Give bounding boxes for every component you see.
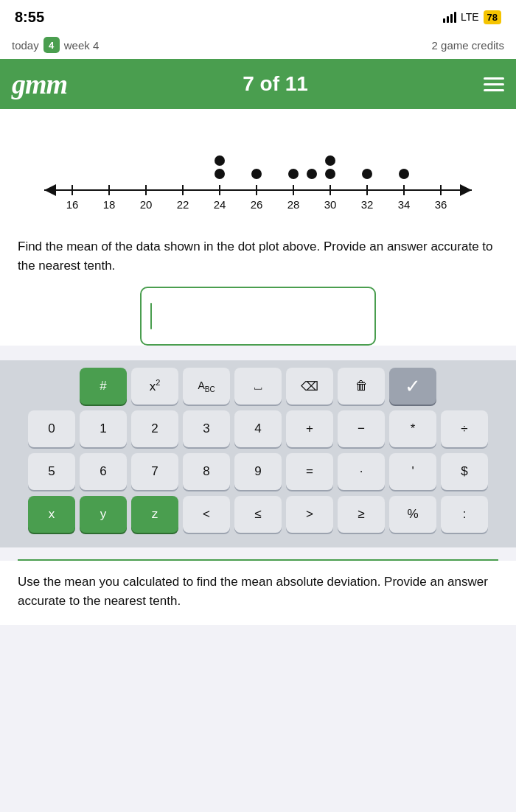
- question-progress: 7 of 11: [243, 72, 308, 96]
- keyboard: # x2 ABC ⎵ ⌫ 🗑 ✓ 0 1 2 3 4 + −: [0, 360, 516, 547]
- question-2-text: Use the mean you calculated to find the …: [18, 573, 498, 610]
- week-label: week 4: [64, 39, 100, 52]
- backspace-icon: ⌫: [301, 379, 318, 394]
- key-4[interactable]: 4: [234, 410, 282, 447]
- key-equals[interactable]: =: [286, 453, 333, 490]
- key-0[interactable]: 0: [28, 410, 75, 447]
- keyboard-row-2: 5 6 7 8 9 = · ' $: [6, 453, 510, 490]
- svg-text:32: 32: [361, 198, 374, 211]
- key-y[interactable]: y: [80, 496, 127, 533]
- signal-icon: [443, 12, 456, 23]
- svg-text:30: 30: [324, 198, 337, 211]
- checkmark-icon: ✓: [405, 375, 421, 398]
- xsquared-key[interactable]: x2: [131, 368, 178, 405]
- svg-point-27: [251, 169, 262, 179]
- hash-label: #: [100, 379, 106, 393]
- confirm-key[interactable]: ✓: [389, 368, 436, 405]
- key-comma[interactable]: ': [389, 453, 436, 490]
- status-bar: 8:55 LTE 78: [0, 0, 516, 32]
- app-logo: gmm: [12, 68, 67, 100]
- keyboard-row-3: x y z < ≤ > ≥ % :: [6, 496, 510, 533]
- svg-text:16: 16: [66, 198, 79, 211]
- sub-left: today 4 week 4: [12, 37, 99, 53]
- key-6[interactable]: 6: [80, 453, 127, 490]
- svg-text:24: 24: [214, 198, 226, 211]
- key-z[interactable]: z: [131, 496, 178, 533]
- key-x[interactable]: x: [28, 496, 75, 533]
- key-divide[interactable]: ÷: [441, 410, 488, 447]
- key-9[interactable]: 9: [234, 453, 282, 490]
- key-1[interactable]: 1: [80, 410, 127, 447]
- abc-label: ABC: [198, 379, 215, 393]
- signal-bar-3: [450, 14, 453, 23]
- app-header: gmm 7 of 11: [0, 59, 516, 109]
- key-8[interactable]: 8: [183, 453, 230, 490]
- key-colon[interactable]: :: [441, 496, 488, 533]
- key-gt[interactable]: >: [286, 496, 333, 533]
- svg-text:20: 20: [140, 198, 153, 211]
- svg-text:18: 18: [103, 198, 116, 211]
- status-time: 8:55: [15, 9, 44, 26]
- key-plus[interactable]: +: [286, 410, 333, 447]
- dot-plot: 16 18 20 22 24 26 28 30 32 34: [18, 124, 498, 227]
- svg-marker-2: [460, 184, 472, 196]
- lte-label: LTE: [461, 11, 479, 23]
- signal-bar-4: [454, 12, 456, 23]
- trash-icon: 🗑: [355, 379, 368, 393]
- key-gte[interactable]: ≥: [338, 496, 385, 533]
- svg-point-26: [215, 155, 225, 166]
- today-label: today: [12, 39, 39, 52]
- key-3[interactable]: 3: [183, 410, 230, 447]
- text-cursor: [150, 303, 152, 329]
- battery-indicator: 78: [484, 10, 501, 24]
- credits-text: 2 game credits: [432, 39, 504, 52]
- svg-point-32: [362, 169, 372, 179]
- question-1-text: Find the mean of the data shown in the d…: [18, 237, 498, 275]
- dot-plot-svg-wrapper: 16 18 20 22 24 26 28 30 32 34: [18, 131, 498, 227]
- key-percent[interactable]: %: [389, 496, 436, 533]
- hamburger-line-1: [484, 77, 504, 80]
- key-2[interactable]: 2: [131, 410, 178, 447]
- sub-header: today 4 week 4 2 game credits: [0, 32, 516, 59]
- key-lte[interactable]: ≤: [234, 496, 282, 533]
- hamburger-line-3: [484, 89, 504, 91]
- svg-text:22: 22: [177, 198, 189, 211]
- hash-key[interactable]: #: [80, 368, 127, 405]
- hamburger-line-2: [484, 83, 504, 85]
- svg-text:34: 34: [398, 198, 411, 211]
- svg-point-25: [215, 169, 225, 179]
- space-key[interactable]: ⎵: [234, 368, 282, 405]
- key-7[interactable]: 7: [131, 453, 178, 490]
- key-multiply[interactable]: *: [389, 410, 436, 447]
- key-5[interactable]: 5: [28, 453, 75, 490]
- xsquared-label: x2: [150, 378, 161, 394]
- hamburger-menu[interactable]: [484, 77, 504, 91]
- svg-point-33: [399, 169, 409, 179]
- main-content: 16 18 20 22 24 26 28 30 32 34: [0, 109, 516, 346]
- svg-point-29: [307, 169, 317, 179]
- key-dot[interactable]: ·: [338, 453, 385, 490]
- svg-point-28: [288, 169, 299, 179]
- svg-text:26: 26: [251, 198, 263, 211]
- abc-key[interactable]: ABC: [183, 368, 230, 405]
- space-icon: ⎵: [254, 379, 262, 393]
- svg-marker-1: [44, 184, 56, 196]
- svg-text:36: 36: [435, 198, 447, 211]
- backspace-key[interactable]: ⌫: [286, 368, 333, 405]
- signal-bar-1: [443, 18, 445, 23]
- svg-point-31: [325, 155, 335, 166]
- delete-key[interactable]: 🗑: [338, 368, 385, 405]
- today-badge: 4: [43, 37, 60, 53]
- key-lt[interactable]: <: [183, 496, 230, 533]
- answer-input-area[interactable]: [140, 287, 376, 346]
- status-right: LTE 78: [443, 10, 501, 24]
- svg-text:28: 28: [287, 198, 300, 211]
- dot-plot-svg: 16 18 20 22 24 26 28 30 32 34: [22, 131, 494, 227]
- keyboard-row-1: 0 1 2 3 4 + − * ÷: [6, 410, 510, 447]
- svg-point-30: [325, 169, 335, 179]
- key-dollar[interactable]: $: [441, 453, 488, 490]
- keyboard-special-row: # x2 ABC ⎵ ⌫ 🗑 ✓: [6, 368, 510, 405]
- question-2-container: Use the mean you calculated to find the …: [0, 561, 516, 625]
- signal-bar-2: [447, 16, 449, 23]
- key-minus[interactable]: −: [338, 410, 385, 447]
